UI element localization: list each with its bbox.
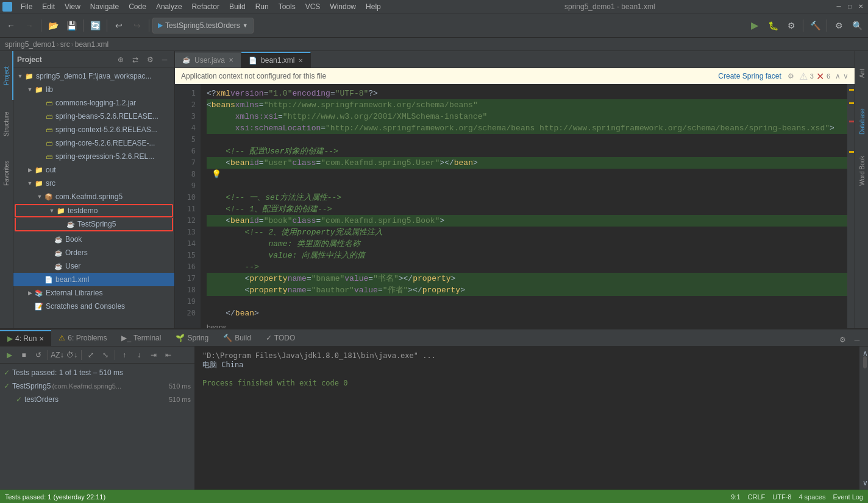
tree-item-testdemo[interactable]: ▼ 📁 testdemo [15,204,173,217]
undo-button[interactable]: ↩ [110,17,127,34]
tree-item-lib[interactable]: ▼ 📁 lib [13,83,174,96]
menu-run[interactable]: Run [251,1,274,12]
tree-item-spring-expression[interactable]: 🗃 spring-expression-5.2.6.REL... [13,150,174,163]
run-scrollbar[interactable]: ∧ ∨ [859,346,868,490]
sidebar-sync-button[interactable]: ⇄ [129,54,141,66]
right-tab-database[interactable]: Database [855,100,869,149]
sort-alpha-button[interactable]: AZ↓ [51,348,64,362]
run-button[interactable]: ▶ [746,17,763,34]
debug-button[interactable]: 🐛 [764,17,781,34]
tree-item-orders[interactable]: ☕ Orders [13,246,174,259]
tree-item-out[interactable]: ▶ 📁 out [13,163,174,177]
sidebar-tab-project[interactable]: Project [0,51,13,100]
run-tree-item-testspring5[interactable]: ✓ TestSpring5 (com.Keafmd.spring5... 510… [0,379,194,393]
run-configuration[interactable]: ▶ TestSpring5.testOrders ▼ [152,18,254,33]
import-button[interactable]: ⇥ [147,348,160,362]
menu-vcs[interactable]: VCS [301,1,326,12]
save-all-button[interactable]: 💾 [63,17,80,34]
scroll-down-button[interactable]: ↓ [132,348,146,362]
right-tab-wordbook[interactable]: Word Book [855,149,869,197]
tree-item-testspring5[interactable]: ☕ TestSpring5 [15,218,173,231]
menu-tools[interactable]: Tools [274,1,301,12]
menu-refactor[interactable]: Refactor [187,1,224,12]
bottom-minimize-button[interactable]: ─ [851,334,863,346]
search-everywhere-button[interactable]: 🔍 [848,17,866,34]
sidebar-add-button[interactable]: ⊕ [115,54,127,66]
breadcrumb-file[interactable]: bean1.xml [75,40,108,49]
menu-help[interactable]: Help [361,1,386,12]
menu-window[interactable]: Window [325,1,361,12]
maximize-button[interactable]: □ [845,2,855,12]
bottom-tab-spring[interactable]: 🌱 Spring [168,330,216,346]
rerun-failed-button[interactable]: ↺ [32,348,45,362]
run-scroll-thumb[interactable] [863,356,867,368]
create-spring-facet-button[interactable]: Create Spring facet [718,72,781,80]
sidebar-tab-favorites[interactable]: Favorites [0,149,13,197]
code-editor[interactable]: <?xml version="1.0" encoding="UTF-8"?> <… [201,84,847,328]
menu-view[interactable]: View [60,1,85,12]
scroll-up-button[interactable]: ↑ [118,348,131,362]
run-with-coverage-button[interactable]: ⚙ [783,17,800,34]
bottom-tab-run[interactable]: ▶ 4: Run ✕ [0,330,51,346]
tree-item-package[interactable]: ▼ 📦 com.Keafmd.spring5 [13,190,174,203]
menu-analyze[interactable]: Analyze [151,1,187,12]
close-button[interactable]: ✕ [856,2,866,12]
breadcrumb-src[interactable]: src [60,40,70,49]
menu-file[interactable]: File [16,1,37,12]
bean1-xml-tab-close[interactable]: ✕ [298,57,303,64]
user-java-tab-close[interactable]: ✕ [229,57,233,63]
bottom-tab-terminal[interactable]: ▶_ Terminal [114,330,168,346]
run-scroll-down[interactable]: ∨ [863,479,867,487]
status-indent[interactable]: 4 spaces [799,493,825,501]
minimize-button[interactable]: ─ [834,2,844,12]
bottom-settings-button[interactable]: ⚙ [836,334,848,346]
rerun-button[interactable]: ▶ [2,348,16,362]
breadcrumb-project[interactable]: spring5_demo1 [5,40,55,49]
tree-item-spring-core[interactable]: 🗃 spring-core-5.2.6.RELEASE-... [13,136,174,150]
right-tab-ant[interactable]: Ant [855,51,869,100]
settings-button[interactable]: ⚙ [830,17,847,34]
tree-item-scratches[interactable]: 📝 Scratches and Consoles [13,300,174,313]
tab-bean1-xml[interactable]: 📄 bean1.xml ✕ [241,52,311,68]
sidebar-tab-structure[interactable]: Structure [0,100,13,149]
notification-collapse-button[interactable]: ∨ [843,72,848,80]
sort-duration-button[interactable]: ⏱↓ [65,348,79,362]
tree-item-book[interactable]: ☕ Book [13,233,174,246]
run-tree-item-testorders[interactable]: ✓ testOrders 510 ms [0,393,194,406]
collapse-all-button[interactable]: ⤡ [99,348,112,362]
bulb-icon[interactable]: 💡 [212,169,221,180]
tree-item-external-libs[interactable]: ▶ 📚 External Libraries [13,286,174,300]
sidebar-collapse-button[interactable]: ─ [158,54,171,66]
stop-button[interactable]: ■ [17,348,30,362]
tab-user-java[interactable]: ☕ User.java ✕ [175,52,241,68]
build-button[interactable]: 🔨 [806,17,824,34]
tree-item-project-root[interactable]: ▼ 📁 spring5_demo1 F:\java_workspac... [13,69,174,83]
editor-content[interactable]: 1 2 3 4 5 6 7 8 9 10 11 12 13 14 15 16 1… [175,84,855,328]
menu-build[interactable]: Build [224,1,251,12]
notification-expand-button[interactable]: ∧ [835,72,841,80]
sync-button[interactable]: 🔄 [87,17,104,34]
expand-all-button[interactable]: ⤢ [84,348,98,362]
back-button[interactable]: ← [2,17,20,34]
menu-navigate[interactable]: Navigate [85,1,124,12]
bottom-tab-todo[interactable]: ✓ TODO [258,330,302,346]
status-position[interactable]: 9:1 [731,493,740,501]
menu-edit[interactable]: Edit [37,1,60,12]
bottom-tab-problems[interactable]: ⚠ 6: Problems [51,330,114,346]
open-file-button[interactable]: 📂 [44,17,62,34]
status-event-log[interactable]: Event Log [833,493,863,501]
tree-item-user[interactable]: ☕ User [13,259,174,273]
tree-item-spring-context[interactable]: 🗃 spring-context-5.2.6.RELEAS... [13,123,174,136]
bottom-tab-build[interactable]: 🔨 Build [216,330,258,346]
tree-item-src[interactable]: ▼ 📁 src [13,177,174,190]
tree-item-commons[interactable]: 🗃 commons-logging-1.2.jar [13,96,174,110]
tree-item-spring-beans[interactable]: 🗃 spring-beans-5.2.6.RELEASE... [13,110,174,123]
sidebar-settings-button[interactable]: ⚙ [144,54,156,66]
status-encoding[interactable]: UTF-8 [772,493,791,501]
tree-item-bean1xml[interactable]: 📄 bean1.xml [13,273,174,286]
menu-code[interactable]: Code [124,1,151,12]
forward-button[interactable]: → [21,17,38,34]
notification-settings-button[interactable]: ⚙ [788,72,794,80]
export-button[interactable]: ⇤ [162,348,175,362]
redo-button[interactable]: ↪ [129,17,146,34]
